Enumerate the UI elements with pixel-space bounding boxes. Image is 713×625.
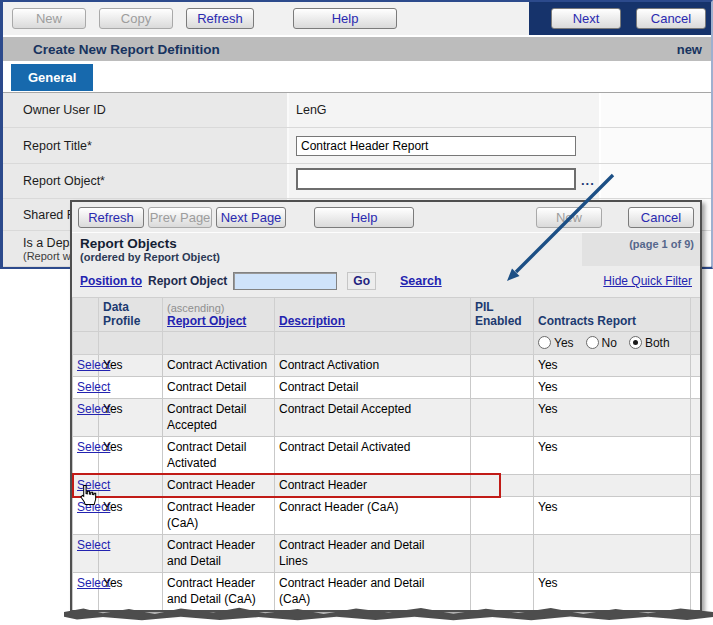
sort-report-object-link[interactable]: Report Object bbox=[167, 314, 246, 328]
page-indicator: (page 1 of 9) bbox=[582, 233, 700, 266]
help-button[interactable]: Help bbox=[293, 8, 397, 29]
search-link[interactable]: Search bbox=[400, 274, 442, 288]
row-padding bbox=[601, 164, 711, 198]
row-padding bbox=[601, 128, 711, 163]
cell-data-profile: Yes bbox=[99, 399, 163, 437]
table-row: Select Yes Contract Detail Activated Con… bbox=[73, 437, 701, 475]
cell-pil-enabled bbox=[471, 497, 534, 535]
cell-contracts-report: Yes bbox=[534, 573, 691, 611]
cell-pil-enabled bbox=[471, 573, 534, 611]
dialog-toolbar: Refresh Prev Page Next Page Help New Can… bbox=[72, 202, 700, 233]
cell-pil-enabled bbox=[471, 475, 534, 497]
dialog-title: Report Objects bbox=[80, 236, 582, 251]
department-label: Is a Depa bbox=[23, 236, 77, 250]
table-row: Select Yes Contract Detail Accepted Cont… bbox=[73, 399, 701, 437]
col-select bbox=[73, 298, 99, 332]
dialog-title-block: Report Objects (ordered by Report Object… bbox=[72, 233, 582, 266]
table-header-row: Data Profile (ascending)Report Object De… bbox=[73, 298, 701, 332]
sort-description-link[interactable]: Description bbox=[279, 314, 345, 328]
radio-yes-icon[interactable] bbox=[538, 336, 551, 349]
go-button[interactable]: Go bbox=[347, 272, 376, 290]
lookup-ellipsis-button[interactable]: ... bbox=[581, 177, 595, 185]
cell-description: Contract Detail Accepted bbox=[275, 399, 471, 437]
row-padding bbox=[601, 93, 711, 127]
col-spacer bbox=[691, 298, 701, 332]
col-report-object: (ascending)Report Object bbox=[163, 298, 275, 332]
cell-pil-enabled bbox=[471, 377, 534, 399]
table-row: Select Contract Header and Detail Contra… bbox=[73, 535, 701, 573]
refresh-button[interactable]: Refresh bbox=[186, 8, 254, 29]
table-row: Select Yes Contract Header and Detail (C… bbox=[73, 573, 701, 611]
next-page-button[interactable]: Next Page bbox=[216, 207, 286, 228]
table-row: Select Yes Contract Activation Contract … bbox=[73, 355, 701, 377]
radio-both-icon[interactable] bbox=[629, 336, 642, 349]
quick-filter-input[interactable] bbox=[233, 272, 337, 290]
cell-report-object: Contract Detail Activated bbox=[163, 437, 275, 475]
radio-option-yes[interactable]: Yes bbox=[538, 336, 574, 350]
report-object-cell: ... bbox=[289, 164, 601, 198]
report-objects-table: Data Profile (ascending)Report Object De… bbox=[72, 297, 701, 612]
dialog-new-button[interactable]: New bbox=[536, 207, 602, 228]
form-row-title: Report Title* bbox=[3, 128, 711, 164]
quick-filter-field-label: Report Object bbox=[148, 274, 227, 288]
copy-button[interactable]: Copy bbox=[99, 8, 173, 29]
radio-no-icon[interactable] bbox=[586, 336, 599, 349]
cell-data-profile: Yes bbox=[99, 437, 163, 475]
hide-quick-filter-link[interactable]: Hide Quick Filter bbox=[603, 274, 692, 288]
dialog-cancel-button[interactable]: Cancel bbox=[628, 207, 694, 228]
table-filter-row: Yes No Both bbox=[73, 332, 701, 355]
cell-report-object: Contract Header and Detail (CaA) bbox=[163, 573, 275, 611]
owner-user-id-label: Owner User ID bbox=[3, 93, 289, 127]
cell-description: Contract Detail Activated bbox=[275, 437, 471, 475]
dialog-help-button[interactable]: Help bbox=[314, 207, 414, 228]
prev-page-button[interactable]: Prev Page bbox=[148, 207, 212, 228]
contracts-filter-radios: Yes No Both bbox=[538, 336, 686, 350]
page-title: Create New Report Definition bbox=[33, 42, 220, 57]
quick-filter-bar: Position to Report Object Go Search Hide… bbox=[72, 266, 700, 297]
table-row: Select Yes Contract Header (CaA) Conract… bbox=[73, 497, 701, 535]
cell-description: Contract Header and Detail (CaA) bbox=[275, 573, 471, 611]
col-description: Description bbox=[275, 298, 471, 332]
cancel-button[interactable]: Cancel bbox=[636, 8, 706, 29]
new-button[interactable]: New bbox=[12, 8, 86, 29]
select-link[interactable]: Select bbox=[77, 478, 110, 492]
select-link[interactable]: Select bbox=[77, 538, 110, 552]
position-to-link[interactable]: Position to bbox=[80, 274, 142, 288]
cell-report-object: Contract Header and Detail bbox=[163, 535, 275, 573]
report-object-label: Report Object* bbox=[3, 164, 289, 198]
tab-row: General bbox=[3, 61, 711, 92]
tab-general[interactable]: General bbox=[11, 64, 93, 91]
radio-option-no[interactable]: No bbox=[586, 336, 617, 350]
form-row-object: Report Object* ... bbox=[3, 164, 711, 199]
mode-indicator: new bbox=[677, 42, 702, 57]
department-note: (Report wil bbox=[23, 250, 76, 262]
dialog-refresh-button[interactable]: Refresh bbox=[78, 207, 144, 228]
report-object-input[interactable] bbox=[296, 168, 576, 190]
table-row-highlighted: Select Contract Header Contract Header bbox=[73, 475, 701, 497]
cell-contracts-report: Yes bbox=[534, 355, 691, 377]
cell-pil-enabled bbox=[471, 535, 534, 573]
cell-report-object: Contract Header bbox=[163, 475, 275, 497]
radio-option-both[interactable]: Both bbox=[629, 336, 670, 350]
report-title-label: Report Title* bbox=[3, 128, 289, 163]
select-link[interactable]: Select bbox=[77, 380, 110, 394]
cell-data-profile: Yes bbox=[99, 497, 163, 535]
report-title-cell bbox=[289, 128, 601, 163]
cell-data-profile: Yes bbox=[99, 355, 163, 377]
next-button[interactable]: Next bbox=[551, 8, 621, 29]
cell-pil-enabled bbox=[471, 355, 534, 377]
cell-contracts-report: Yes bbox=[534, 399, 691, 437]
wizard-nav-bar: Next Cancel bbox=[529, 2, 711, 35]
col-contracts-report: Contracts Report bbox=[534, 298, 691, 332]
cell-description: Contract Header bbox=[275, 475, 471, 497]
cell-contracts-report bbox=[534, 535, 691, 573]
col-pil-enabled: PIL Enabled bbox=[471, 298, 534, 332]
cell-report-object: Contract Header (CaA) bbox=[163, 497, 275, 535]
dialog-subtitle: (ordered by Report Object) bbox=[80, 251, 582, 263]
report-objects-dialog: Refresh Prev Page Next Page Help New Can… bbox=[70, 200, 702, 612]
cell-contracts-report: Yes bbox=[534, 377, 691, 399]
cell-data-profile: Yes bbox=[99, 573, 163, 611]
cell-pil-enabled bbox=[471, 437, 534, 475]
report-title-input[interactable] bbox=[296, 136, 576, 156]
form-row-owner: Owner User ID LenG bbox=[3, 93, 711, 128]
